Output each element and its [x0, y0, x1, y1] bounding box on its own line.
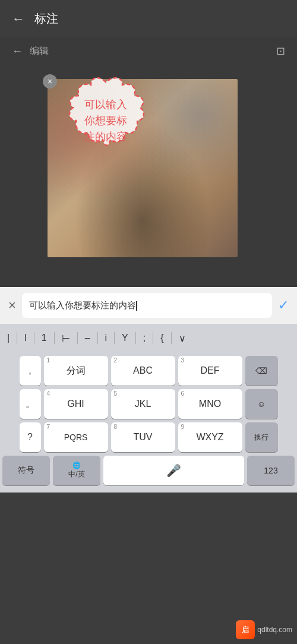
page-title: 标注 [34, 11, 58, 27]
candidate-down[interactable]: ∨ [174, 330, 191, 346]
candidates-row: | l 1 ⊢ – i Y ; { ∨ [0, 324, 297, 352]
key-9-num: 9 [181, 424, 185, 430]
watermark-site: qdltdq.com [257, 626, 292, 634]
confirm-button[interactable]: ✓ [278, 298, 289, 313]
candidate-dash[interactable]: – [80, 330, 95, 346]
emoji-icon: ☺ [257, 399, 266, 409]
key-period-label: 。 [26, 398, 35, 411]
watermark-icon-text: 启 [242, 625, 249, 635]
close-icon: × [48, 77, 52, 86]
candidate-divider-9 [171, 332, 172, 344]
candidate-fork[interactable]: ⊢ [57, 330, 75, 346]
annotation-close-button[interactable]: × [43, 74, 57, 89]
keyboard-row-4: 符号 🌐 中/英 🎤 123 [2, 456, 295, 485]
watermark-icon: 启 [236, 620, 255, 639]
candidate-1[interactable]: 1 [37, 330, 52, 346]
candidate-divider-2 [34, 332, 34, 344]
key-2-num: 2 [114, 358, 118, 364]
key-7-pqrs[interactable]: 7 PQRS [44, 422, 108, 452]
candidate-divider-6 [114, 332, 115, 344]
key-3-def[interactable]: 3 DEF [178, 356, 242, 386]
key-6-label: MNO [199, 399, 221, 409]
watermark: 启 qdltdq.com [236, 620, 292, 639]
key-5-label: JKL [135, 399, 151, 409]
key-emoji[interactable]: ☺ [245, 389, 278, 419]
key-2-label: ABC [133, 365, 153, 376]
key-4-ghi[interactable]: 4 GHI [44, 389, 108, 419]
key-1-num: 1 [47, 358, 50, 364]
candidate-pipe[interactable]: | [2, 330, 14, 346]
edit-label: 编辑 [30, 45, 276, 58]
candidate-divider-5 [97, 332, 98, 344]
save-icon[interactable]: ⊡ [276, 45, 285, 58]
key-5-jkl[interactable]: 5 JKL [111, 389, 175, 419]
key-6-mno[interactable]: 6 MNO [178, 389, 242, 419]
key-3-num: 3 [181, 358, 185, 364]
key-7-label: PQRS [64, 433, 88, 442]
key-space[interactable]: 🎤 [103, 456, 244, 485]
num-label: 123 [264, 466, 277, 475]
key-7-num: 7 [47, 424, 50, 430]
key-symbol[interactable]: 符号 [2, 456, 50, 485]
enter-label: 换行 [254, 433, 268, 443]
mic-icon: 🎤 [166, 463, 181, 478]
text-cursor [136, 301, 137, 311]
key-comma[interactable]: , [20, 356, 41, 386]
lang-label: 中/英 [68, 469, 84, 479]
keyboard-row-2: 。 4 GHI 5 JKL 6 MNO ☺ [2, 389, 295, 419]
edit-back-icon[interactable]: ← [12, 45, 23, 58]
input-bar: × 可以输入你想要标注的内容 ✓ [0, 287, 297, 324]
candidate-divider-3 [54, 332, 55, 344]
delete-icon: ⌫ [255, 366, 267, 375]
key-comma-label: , [29, 365, 31, 376]
candidate-i[interactable]: i [100, 330, 112, 346]
key-3-label: DEF [201, 365, 220, 376]
key-question-label: ? [27, 432, 33, 443]
key-period[interactable]: 。 [20, 389, 41, 419]
keyboard: , 1 分词 2 ABC 3 DEF ⌫ 。 4 GHI 5 JKL [0, 352, 297, 493]
key-9-wxyz[interactable]: 9 WXYZ [178, 422, 242, 452]
key-4-label: GHI [67, 399, 84, 409]
lang-globe-icon: 🌐 [72, 462, 81, 469]
edit-toolbar: ← 编辑 ⊡ [0, 37, 297, 65]
top-bar: ← 标注 [0, 0, 297, 37]
key-1-fenci[interactable]: 1 分词 [44, 356, 108, 386]
key-4-num: 4 [47, 391, 50, 397]
input-field[interactable]: 可以输入你想要标注的内容 [22, 293, 272, 318]
annotation-text-content: 可以输入 你想要标 注的内容 [84, 97, 127, 145]
input-text: 可以输入你想要标注的内容 [29, 300, 136, 310]
key-9-label: WXYZ [196, 432, 223, 443]
candidate-divider-4 [77, 332, 78, 344]
key-6-num: 6 [181, 391, 185, 397]
key-question[interactable]: ? [20, 422, 41, 452]
key-delete[interactable]: ⌫ [245, 356, 278, 386]
key-1-label: 分词 [67, 365, 86, 377]
candidate-semi[interactable]: ; [138, 330, 150, 346]
key-8-num: 8 [114, 424, 118, 430]
keyboard-row-1: , 1 分词 2 ABC 3 DEF ⌫ [2, 356, 295, 386]
key-lang[interactable]: 🌐 中/英 [53, 456, 100, 485]
key-123[interactable]: 123 [247, 456, 295, 485]
key-8-label: TUV [134, 432, 153, 443]
candidate-divider [17, 332, 17, 344]
key-2-abc[interactable]: 2 ABC [111, 356, 175, 386]
candidate-divider-8 [153, 332, 153, 344]
key-enter[interactable]: 换行 [245, 422, 278, 452]
key-8-tuv[interactable]: 8 TUV [111, 422, 175, 452]
keyboard-row-3: ? 7 PQRS 8 TUV 9 WXYZ 换行 [2, 422, 295, 452]
candidate-Y[interactable]: Y [117, 330, 133, 346]
symbol-label: 符号 [18, 465, 34, 476]
back-icon[interactable]: ← [12, 11, 25, 27]
annotation-cloud[interactable]: 可以输入 你想要标 注的内容 [52, 73, 159, 168]
candidate-l[interactable]: l [20, 330, 31, 346]
candidate-brace[interactable]: { [156, 330, 168, 346]
key-5-num: 5 [114, 391, 118, 397]
canvas-area: ← 编辑 ⊡ × 可以输入 你想要标 注的内容 [0, 37, 297, 287]
cancel-button[interactable]: × [8, 298, 16, 313]
candidate-divider-7 [135, 332, 136, 344]
